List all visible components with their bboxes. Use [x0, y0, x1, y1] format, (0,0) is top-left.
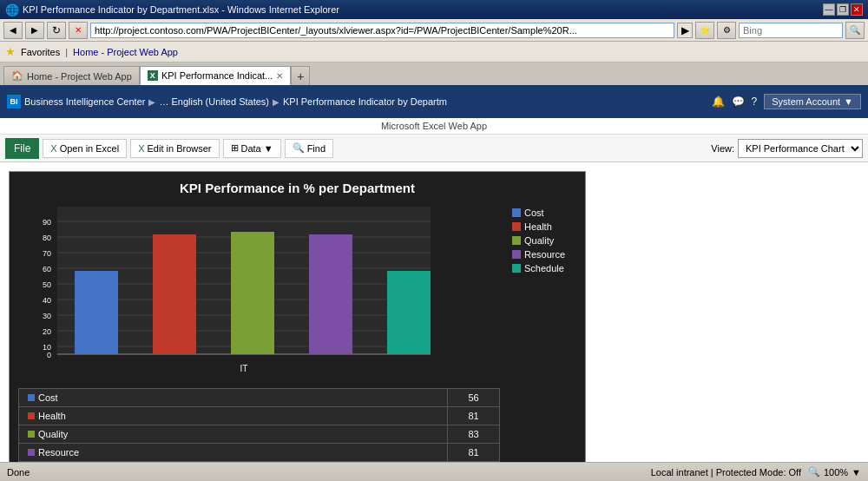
- bar-resource: [309, 234, 352, 354]
- window-title: KPI Performance Indicator by Department.…: [23, 4, 339, 15]
- tab-kpi-label: KPI Performance Indicat...: [161, 70, 273, 81]
- svg-text:70: 70: [43, 249, 51, 258]
- breadcrumb-sep-2: ▶: [273, 97, 279, 107]
- tab-home[interactable]: 🏠 Home - Project Web App: [3, 66, 140, 85]
- favorites-star-icon: ★: [5, 45, 16, 58]
- chart-container: KPI Performance in % per Department 90 8…: [9, 171, 586, 481]
- title-bar: 🌐 KPI Performance Indicator by Departmen…: [0, 0, 868, 19]
- search-go-button[interactable]: 🔍: [845, 22, 865, 39]
- zoom-dropdown-icon[interactable]: ▼: [852, 467, 861, 478]
- breadcrumb-item-1[interactable]: Business Intelligence Center: [24, 96, 145, 107]
- legend-label-health: Health: [524, 221, 552, 232]
- tools-icon[interactable]: ⚙: [717, 22, 736, 39]
- legend-label-quality: Quality: [524, 235, 554, 246]
- table-label-health: Health: [38, 411, 66, 421]
- svg-text:90: 90: [43, 218, 51, 227]
- help-icon[interactable]: ?: [752, 96, 758, 108]
- tab-kpi-close-icon[interactable]: ✕: [276, 71, 283, 81]
- table-value-quality: 83: [468, 429, 478, 439]
- favorites-icon[interactable]: ⭐: [695, 22, 714, 39]
- edit-in-browser-button[interactable]: X Edit in Browser: [130, 139, 219, 158]
- breadcrumb-item-3: KPI Performance Indicator by Departm: [283, 96, 447, 107]
- breadcrumb-left: BI Business Intelligence Center ▶ … Engl…: [7, 95, 447, 109]
- main-content: KPI Performance in % per Department 90 8…: [0, 162, 868, 481]
- open-excel-icon: X: [50, 143, 56, 154]
- security-status: Local intranet | Protected Mode: Off: [651, 467, 801, 478]
- bar-schedule: [387, 271, 431, 354]
- find-label: Find: [307, 143, 326, 154]
- back-button[interactable]: ◀: [3, 22, 23, 39]
- status-text: Done: [7, 467, 30, 478]
- search-input[interactable]: [739, 23, 843, 38]
- zoom-control[interactable]: 🔍 100% ▼: [808, 466, 861, 478]
- data-button[interactable]: ⊞ Data ▼: [223, 139, 281, 158]
- table-row: Health 81: [19, 407, 500, 425]
- account-label: System Account: [772, 96, 840, 107]
- account-button[interactable]: System Account ▼: [764, 94, 861, 109]
- svg-text:60: 60: [43, 265, 51, 273]
- notification-icon[interactable]: 🔔: [712, 96, 725, 108]
- tabs-row: 🏠 Home - Project Web App X KPI Performan…: [0, 63, 868, 85]
- breadcrumb-item-2[interactable]: … English (United States): [159, 96, 269, 107]
- legend-color-quality: [512, 236, 521, 245]
- legend-item-quality: Quality: [512, 235, 571, 246]
- chart-svg-container: 90 80 70 60 50 40: [18, 202, 500, 480]
- excel-toolbar-right: View: KPI Performance Chart: [711, 139, 863, 158]
- legend-label-schedule: Schedule: [524, 263, 564, 273]
- breadcrumb-right: 🔔 💬 ? System Account ▼: [712, 94, 861, 109]
- svg-text:80: 80: [43, 234, 51, 242]
- restore-button[interactable]: ❐: [837, 3, 849, 16]
- status-right: Local intranet | Protected Mode: Off 🔍 1…: [651, 466, 861, 478]
- go-button[interactable]: ▶: [677, 23, 693, 38]
- excel-web-app-label: Microsoft Excel Web App: [381, 121, 487, 131]
- tab-new[interactable]: +: [291, 66, 310, 85]
- view-dropdown[interactable]: KPI Performance Chart: [738, 139, 863, 158]
- svg-text:40: 40: [43, 296, 51, 305]
- legend-color-schedule: [512, 264, 521, 273]
- table-label-quality: Quality: [38, 429, 68, 439]
- home-project-link[interactable]: Home - Project Web App: [73, 47, 178, 57]
- tab-kpi[interactable]: X KPI Performance Indicat... ✕: [140, 66, 291, 85]
- open-excel-label: Open in Excel: [60, 143, 119, 154]
- edit-browser-label: Edit in Browser: [148, 143, 212, 154]
- window-controls[interactable]: — ❐ ✕: [823, 3, 863, 16]
- svg-text:30: 30: [43, 312, 51, 320]
- refresh-button[interactable]: ↻: [47, 22, 66, 39]
- breadcrumb-bar: BI Business Intelligence Center ▶ … Engl…: [0, 85, 868, 118]
- svg-text:20: 20: [43, 327, 51, 336]
- excel-toolbar-left: File X Open in Excel X Edit in Browser ⊞…: [5, 138, 333, 159]
- table-value-resource: 81: [468, 447, 478, 458]
- svg-text:IT: IT: [240, 364, 248, 373]
- address-input[interactable]: [90, 23, 674, 38]
- find-button[interactable]: 🔍 Find: [285, 139, 333, 158]
- forward-button[interactable]: ▶: [25, 22, 44, 39]
- table-row: Quality 83: [19, 425, 500, 444]
- ie-logo: 🌐: [5, 3, 19, 16]
- view-label: View:: [711, 143, 734, 154]
- table-value-health: 81: [468, 411, 478, 421]
- tab-home-icon: 🏠: [11, 70, 23, 82]
- close-button[interactable]: ✕: [851, 3, 863, 16]
- table-row: Resource 81: [19, 444, 500, 462]
- stop-button[interactable]: ✕: [69, 22, 88, 39]
- legend-item-cost: Cost: [512, 208, 571, 218]
- chat-icon[interactable]: 💬: [732, 96, 745, 108]
- find-icon: 🔍: [293, 142, 305, 154]
- open-in-excel-button[interactable]: X Open in Excel: [43, 139, 127, 158]
- legend-item-resource: Resource: [512, 249, 571, 260]
- table-value-cost: 56: [468, 392, 478, 403]
- data-icon: ⊞: [231, 142, 239, 154]
- legend-color-resource: [512, 250, 521, 259]
- chart-legend: Cost Health Quality Resource Schedule: [507, 202, 576, 279]
- file-button[interactable]: File: [5, 138, 39, 159]
- legend-item-schedule: Schedule: [512, 263, 571, 273]
- minimize-button[interactable]: —: [823, 3, 835, 16]
- bar-chart-svg: 90 80 70 60 50 40: [18, 202, 444, 385]
- status-bar: Done Local intranet | Protected Mode: Of…: [0, 462, 868, 481]
- legend-label-resource: Resource: [524, 249, 565, 260]
- address-bar: ◀ ▶ ↻ ✕ ▶ ⭐ ⚙ 🔍: [0, 19, 868, 42]
- legend-label-cost: Cost: [524, 208, 544, 218]
- data-label: Data: [241, 143, 261, 154]
- table-label-resource: Resource: [38, 447, 79, 458]
- bar-quality: [231, 232, 274, 354]
